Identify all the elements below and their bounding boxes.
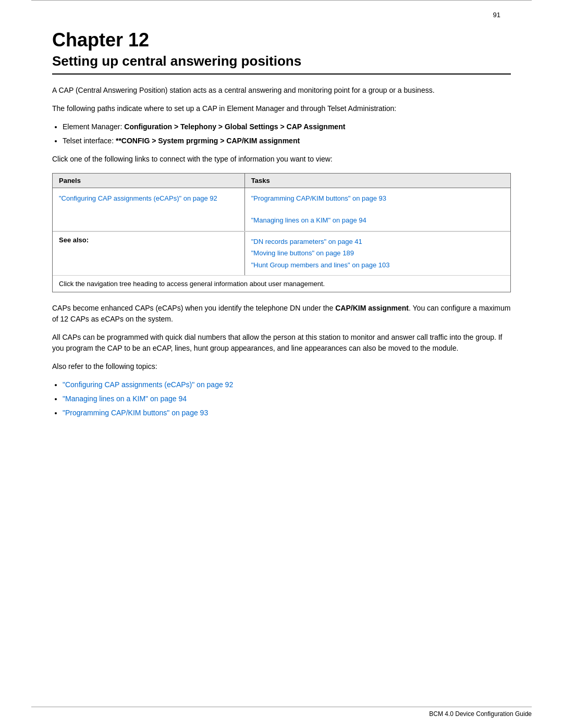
intro-paragraph-1: A CAP (Central Answering Position) stati… [52, 85, 511, 96]
page-container: 91 Chapter 12 Setting up central answeri… [0, 0, 563, 728]
bullet-prefix-1: Element Manager: [63, 122, 124, 131]
click-links-text: Click one of the following links to conn… [52, 154, 511, 165]
also-refer-list: "Configuring CAP assignments (eCAPs)" on… [63, 379, 511, 418]
table-see-also-row: See also: "DN records parameters" on pag… [53, 231, 510, 275]
table-header-row: Panels Tasks [53, 174, 510, 188]
link-configuring-cap[interactable]: "Configuring CAP assignments (eCAPs)" on… [59, 194, 217, 202]
chapter-title: Chapter 12 [52, 29, 511, 51]
link-programming-cap-kim[interactable]: "Programming CAP/KIM buttons" on page 93 [251, 194, 386, 202]
content-area: Chapter 12 Setting up central answering … [52, 19, 511, 418]
table-cell-panels-1: "Configuring CAP assignments (eCAPs)" on… [53, 188, 245, 231]
see-also-links: "DN records parameters" on page 41 "Movi… [245, 232, 510, 275]
para3-bold: CAP/KIM assignment [335, 304, 409, 312]
footer-label: BCM 4.0 Device Configuration Guide [429, 710, 532, 718]
table-body-row-1: "Configuring CAP assignments (eCAPs)" on… [53, 188, 510, 231]
bullet-bold-2: **CONFIG > System prgrming > CAP/KIM ass… [116, 137, 300, 145]
para3-prefix: CAPs become enhanced CAPs (eCAPs) when y… [52, 304, 335, 312]
link-managing-lines-kim[interactable]: "Managing lines on a KIM" on page 94 [251, 216, 366, 224]
also-refer-text: Also refer to the following topics: [52, 361, 511, 372]
chapter-subtitle: Setting up central answering positions [52, 53, 511, 69]
also-refer-item-1: "Configuring CAP assignments (eCAPs)" on… [63, 379, 511, 390]
page-number: 91 [63, 11, 500, 19]
intro-paragraph-2: The following paths indicate where to se… [52, 103, 511, 114]
link-also-configuring-cap[interactable]: "Configuring CAP assignments (eCAPs)" on… [63, 380, 233, 389]
body-paragraph-4: All CAPs can be programmed with quick di… [52, 332, 511, 354]
link-moving-line-buttons[interactable]: "Moving line buttons" on page 189 [251, 249, 354, 257]
bullet-bold-1: Configuration > Telephony > Global Setti… [124, 122, 345, 131]
link-dn-records[interactable]: "DN records parameters" on page 41 [251, 238, 362, 245]
bullet-item-2: Telset interface: **CONFIG > System prgr… [63, 135, 511, 146]
bullet-item-1: Element Manager: Configuration > Telepho… [63, 121, 511, 132]
bottom-area: BCM 4.0 Device Configuration Guide [0, 707, 563, 718]
also-refer-item-3: "Programming CAP/KIM buttons" on page 93 [63, 408, 511, 418]
body-paragraph-3: CAPs become enhanced CAPs (eCAPs) when y… [52, 303, 511, 325]
bullet-prefix-2: Telset interface: [63, 137, 116, 145]
top-rule: 91 [31, 0, 532, 19]
link-also-managing-lines[interactable]: "Managing lines on a KIM" on page 94 [63, 394, 187, 403]
see-also-label: See also: [53, 232, 245, 275]
table-header-tasks: Tasks [245, 174, 510, 188]
footer-text: BCM 4.0 Device Configuration Guide [31, 710, 532, 718]
also-refer-item-2: "Managing lines on a KIM" on page 94 [63, 393, 511, 404]
subtitle-rule [52, 73, 511, 75]
table-cell-tasks-1: "Programming CAP/KIM buttons" on page 93… [245, 188, 510, 231]
info-table: Panels Tasks "Configuring CAP assignment… [52, 173, 511, 292]
path-bullet-list: Element Manager: Configuration > Telepho… [63, 121, 511, 146]
table-footer-text: Click the navigation tree heading to acc… [53, 275, 510, 292]
link-also-programming-cap-kim[interactable]: "Programming CAP/KIM buttons" on page 93 [63, 409, 208, 417]
table-header-panels: Panels [53, 174, 245, 188]
link-hunt-group-members[interactable]: "Hunt Group members and lines" on page 1… [251, 261, 390, 269]
bottom-rule [31, 707, 532, 707]
